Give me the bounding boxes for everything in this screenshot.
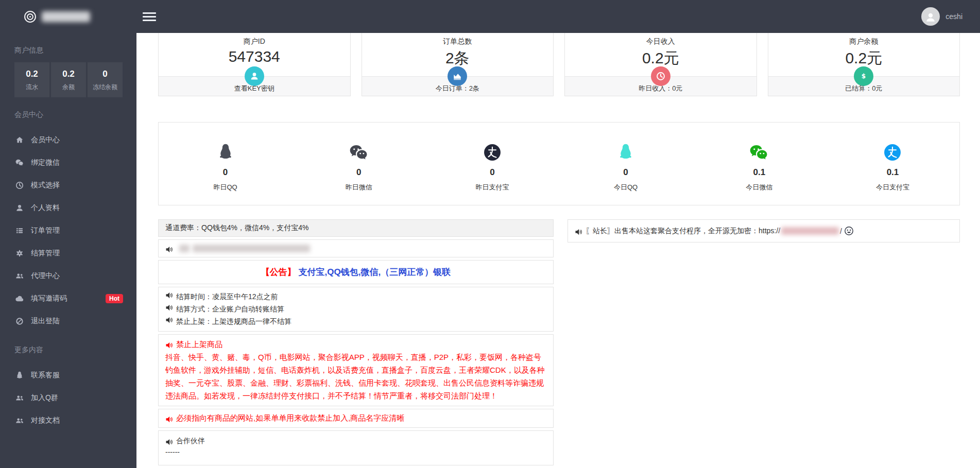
channel-rate-header: 通道费率：QQ钱包4%，微信4%，支付宝4% bbox=[158, 219, 554, 237]
cloud-icon bbox=[15, 294, 24, 303]
redacted-text bbox=[179, 245, 190, 252]
forbidden-goods-row: 禁止上架商品 抖音、快手、黄、赌、毒，Q币，电影网站，聚合影视APP，视频聊天，… bbox=[158, 334, 554, 406]
app-logo[interactable] bbox=[0, 10, 136, 23]
sidebar-item-logout[interactable]: 退出登陆 bbox=[0, 310, 136, 333]
qq-icon bbox=[15, 371, 24, 379]
users-icon bbox=[15, 394, 24, 402]
top-header: ceshi bbox=[0, 0, 980, 33]
notice-tag: 【公告】 bbox=[261, 267, 296, 277]
card-value: 0.2元 bbox=[565, 48, 757, 69]
logo-icon bbox=[24, 10, 37, 23]
sidebar-item-settlement[interactable]: 结算管理 bbox=[0, 242, 136, 265]
header-user-area: ceshi bbox=[921, 7, 962, 26]
user-icon bbox=[245, 66, 264, 86]
more-section-label: 更多内容 bbox=[0, 333, 136, 361]
forbidden-title: 禁止上架商品 bbox=[176, 338, 222, 351]
logo-text-redacted bbox=[42, 11, 90, 22]
hot-badge: Hot bbox=[106, 294, 123, 303]
avatar[interactable] bbox=[921, 7, 940, 26]
card-value: 2条 bbox=[362, 48, 554, 69]
username[interactable]: ceshi bbox=[945, 12, 962, 21]
sidebar-menu: 会员中心 绑定微信 模式选择 个人资料 订单管理 结算管理 代理中心 填写邀请 bbox=[0, 129, 136, 333]
station-panel: 〖站长〗出售本站这套聚合支付程序，全开源无加密：https:// / bbox=[568, 219, 960, 242]
speaker-icon bbox=[165, 415, 173, 423]
sidebar-item-member-center[interactable]: 会员中心 bbox=[0, 129, 136, 151]
stat-today-wechat: 0.1 今日微信 bbox=[693, 136, 826, 192]
sidebar-item-invite-code[interactable]: 填写邀请码 Hot bbox=[0, 287, 136, 310]
clock-icon bbox=[651, 66, 670, 86]
users-icon bbox=[15, 417, 24, 425]
qq-icon bbox=[618, 143, 633, 161]
user-icon bbox=[925, 12, 936, 23]
wechat-icon bbox=[349, 144, 369, 161]
sidebar-item-agent-center[interactable]: 代理中心 bbox=[0, 265, 136, 287]
merchant-info-label: 商户信息 bbox=[0, 33, 136, 61]
speaker-icon bbox=[165, 246, 173, 253]
emoticon-icon bbox=[844, 226, 854, 236]
rate-announcement-panel: 通道费率：QQ钱包4%，微信4%，支付宝4% 【公告】 支付宝,QQ钱包,微信,… bbox=[158, 219, 554, 468]
card-merchant-id: 商户ID 547334 查看KEY密钥 bbox=[158, 29, 351, 96]
sidebar-item-bind-wechat[interactable]: 绑定微信 bbox=[0, 151, 136, 174]
ban-icon bbox=[15, 317, 24, 325]
stat-today-qq: 0 今日QQ bbox=[559, 136, 693, 192]
sidebar-item-join-qq-group[interactable]: 加入Q群 bbox=[0, 387, 136, 409]
speaker-icon bbox=[165, 316, 173, 324]
card-value: 547334 bbox=[159, 48, 350, 65]
must-point-row: 必须指向有商品的网站,如果单单用来收款禁止加入,商品名字应清晰 bbox=[158, 409, 554, 428]
area-chart-icon bbox=[448, 66, 467, 86]
card-order-total: 订单总数 2条 今日订单：2条 bbox=[362, 29, 554, 96]
partners-row: 合作伙伴 ------ bbox=[158, 430, 554, 465]
main-content: 商户ID 547334 查看KEY密钥 订单总数 2条 今日订单：2条 今日收入… bbox=[136, 0, 980, 468]
wechat-icon bbox=[15, 159, 24, 167]
user-icon bbox=[15, 204, 24, 212]
redacted-text bbox=[193, 245, 310, 252]
settlement-rules-row: 结算时间：凌晨至中午12点之前 结算方式：企业账户自动转账结算 禁止上架：上架违… bbox=[158, 287, 554, 332]
wechat-icon bbox=[749, 144, 769, 161]
sidebar-more-menu: 联系客服 加入Q群 对接文档 bbox=[0, 364, 136, 432]
sidebar: 商户信息 0.2 流水 0.2 余额 0 冻结余额 会员中心 会员中心 绑定微信… bbox=[0, 33, 136, 468]
dollar-icon bbox=[854, 66, 873, 86]
stat-flow: 0.2 流水 bbox=[14, 62, 49, 97]
card-today-income: 今日收入 0.2元 昨日收入：0元 bbox=[564, 29, 757, 96]
users-icon bbox=[15, 272, 24, 280]
card-value: 0.2元 bbox=[768, 48, 960, 69]
stat-today-alipay: 0.1 今日支付宝 bbox=[826, 136, 959, 192]
sidebar-item-profile[interactable]: 个人资料 bbox=[0, 197, 136, 219]
alipay-icon bbox=[484, 144, 501, 161]
speaker-icon bbox=[165, 291, 173, 299]
notice-text: 支付宝,QQ钱包,微信,（三网正常）银联 bbox=[299, 267, 451, 277]
sidebar-item-api-docs[interactable]: 对接文档 bbox=[0, 409, 136, 432]
gears-icon bbox=[15, 249, 24, 257]
speaker-icon bbox=[165, 304, 173, 311]
sidebar-item-contact-support[interactable]: 联系客服 bbox=[0, 364, 136, 387]
card-merchant-balance: 商户余额 0.2元 已结算：0元 bbox=[768, 29, 960, 96]
station-message: 〖站长〗出售本站这套聚合支付程序，全开源无加密：https:// bbox=[586, 227, 780, 236]
notice-row: 【公告】 支付宝,QQ钱包,微信,（三网正常）银联 bbox=[158, 260, 554, 284]
merchant-stats: 0.2 流水 0.2 余额 0 冻结余额 bbox=[14, 62, 123, 97]
stat-yesterday-qq: 0 昨日QQ bbox=[159, 136, 292, 192]
forbidden-body: 抖音、快手、黄、赌、毒，Q币，电影网站，聚合影视APP，视频聊天，直播，P2P，… bbox=[165, 351, 546, 402]
speaker-icon bbox=[165, 341, 173, 349]
stat-yesterday-alipay: 0 昨日支付宝 bbox=[425, 136, 559, 192]
station-message-row: 〖站长〗出售本站这套聚合支付程序，全开源无加密：https:// / bbox=[568, 219, 960, 242]
redacted-url[interactable] bbox=[781, 227, 839, 235]
home-icon bbox=[15, 136, 24, 144]
speaker-icon bbox=[165, 438, 173, 446]
qq-icon bbox=[218, 143, 233, 161]
stat-balance: 0.2 余额 bbox=[51, 62, 86, 97]
sidebar-item-orders[interactable]: 订单管理 bbox=[0, 219, 136, 242]
channel-stats-panel: 0 昨日QQ 0 昨日微信 0 昨日支付宝 0 今日QQ 0.1 今日微信 0.… bbox=[158, 122, 960, 205]
list-icon bbox=[15, 227, 24, 235]
summary-cards: 商户ID 547334 查看KEY密钥 订单总数 2条 今日订单：2条 今日收入… bbox=[158, 29, 960, 96]
sidebar-item-mode-select[interactable]: 模式选择 bbox=[0, 174, 136, 197]
stat-frozen: 0 冻结余额 bbox=[88, 62, 123, 97]
alipay-icon bbox=[884, 144, 901, 161]
announcement-redacted-row bbox=[158, 239, 554, 257]
member-section-label: 会员中心 bbox=[0, 97, 136, 126]
speaker-icon bbox=[575, 228, 582, 236]
hamburger-menu-icon[interactable] bbox=[143, 10, 156, 23]
stat-yesterday-wechat: 0 昨日微信 bbox=[292, 136, 425, 192]
clock-icon bbox=[15, 181, 24, 189]
partners-divider: ------ bbox=[165, 446, 546, 458]
